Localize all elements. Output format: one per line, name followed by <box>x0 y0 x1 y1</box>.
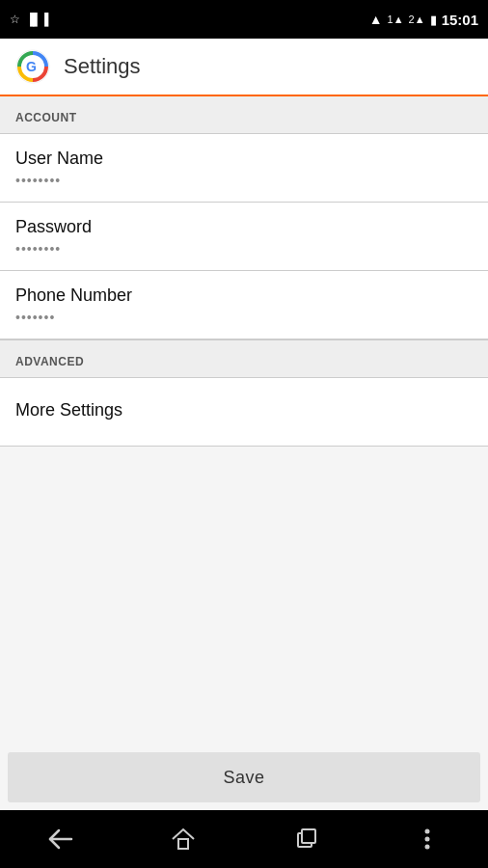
svg-rect-5 <box>302 829 315 843</box>
back-button[interactable] <box>37 820 85 858</box>
svg-rect-3 <box>178 839 188 849</box>
svg-point-8 <box>424 845 429 850</box>
account-section-header: ACCOUNT <box>0 96 488 133</box>
save-button[interactable]: Save <box>8 752 480 802</box>
app-logo: G <box>15 49 50 84</box>
app-title: Settings <box>64 54 141 79</box>
phone-label: Phone Number <box>15 285 473 306</box>
battery-icon: ▮ <box>430 13 437 27</box>
status-time: 15:01 <box>442 12 478 28</box>
nav-bar <box>0 810 488 868</box>
username-item[interactable]: User Name •••••••• <box>0 134 488 202</box>
username-value: •••••••• <box>15 173 473 188</box>
status-bar-left: ☆ ▐▌▐ <box>10 13 48 26</box>
status-bar-right: ▲ 1▲ 2▲ ▮ 15:01 <box>369 12 478 28</box>
recent-apps-button[interactable] <box>281 820 329 858</box>
status-bar: ☆ ▐▌▐ ▲ 1▲ 2▲ ▮ 15:01 <box>0 0 488 39</box>
settings-content: ACCOUNT User Name •••••••• Password ••••… <box>0 96 488 447</box>
signal1-icon: 1▲ <box>388 14 404 25</box>
save-button-container: Save <box>0 745 488 810</box>
account-header-label: ACCOUNT <box>15 111 77 124</box>
svg-point-6 <box>424 829 429 834</box>
action-bar: G Settings <box>0 39 488 96</box>
username-label: User Name <box>15 149 473 169</box>
password-label: Password <box>15 217 473 237</box>
bars-icon: ▐▌▐ <box>26 13 48 26</box>
phone-item[interactable]: Phone Number ••••••• <box>0 271 488 339</box>
svg-point-7 <box>424 837 429 842</box>
more-settings-label: More Settings <box>15 400 473 420</box>
advanced-header-label: ADVANCED <box>15 355 84 368</box>
phone-value: ••••••• <box>15 310 473 325</box>
divider-more-settings <box>0 446 488 447</box>
svg-text:G: G <box>26 59 37 74</box>
home-button[interactable] <box>159 820 207 858</box>
password-item[interactable]: Password •••••••• <box>0 203 488 270</box>
password-value: •••••••• <box>15 241 473 257</box>
more-settings-item[interactable]: More Settings <box>0 378 488 446</box>
menu-button[interactable] <box>403 820 451 858</box>
notification-icon: ☆ <box>10 13 20 26</box>
wifi-icon: ▲ <box>369 12 383 27</box>
advanced-section-header: ADVANCED <box>0 339 488 378</box>
signal2-icon: 2▲ <box>409 14 425 25</box>
